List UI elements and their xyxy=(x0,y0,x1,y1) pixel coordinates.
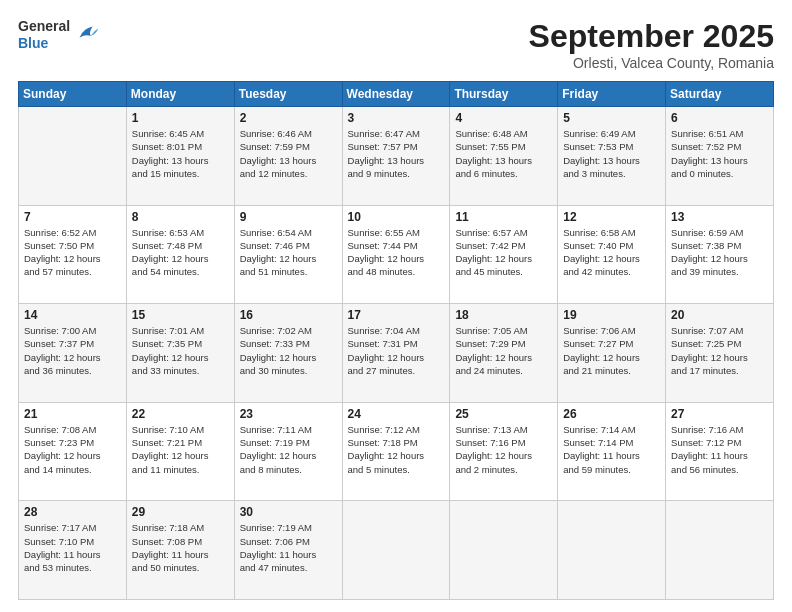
table-row: 15Sunrise: 7:01 AM Sunset: 7:35 PM Dayli… xyxy=(126,304,234,403)
calendar-table: Sunday Monday Tuesday Wednesday Thursday… xyxy=(18,81,774,600)
day-number: 23 xyxy=(240,407,337,421)
table-row: 11Sunrise: 6:57 AM Sunset: 7:42 PM Dayli… xyxy=(450,205,558,304)
table-row xyxy=(19,107,127,206)
table-row: 10Sunrise: 6:55 AM Sunset: 7:44 PM Dayli… xyxy=(342,205,450,304)
logo-general-text: General xyxy=(18,18,70,35)
table-row: 18Sunrise: 7:05 AM Sunset: 7:29 PM Dayli… xyxy=(450,304,558,403)
day-number: 25 xyxy=(455,407,552,421)
month-title: September 2025 xyxy=(529,18,774,55)
table-row: 8Sunrise: 6:53 AM Sunset: 7:48 PM Daylig… xyxy=(126,205,234,304)
table-row: 28Sunrise: 7:17 AM Sunset: 7:10 PM Dayli… xyxy=(19,501,127,600)
day-number: 21 xyxy=(24,407,121,421)
day-info: Sunrise: 6:53 AM Sunset: 7:48 PM Dayligh… xyxy=(132,226,229,279)
day-number: 20 xyxy=(671,308,768,322)
day-number: 1 xyxy=(132,111,229,125)
table-row: 29Sunrise: 7:18 AM Sunset: 7:08 PM Dayli… xyxy=(126,501,234,600)
day-info: Sunrise: 7:07 AM Sunset: 7:25 PM Dayligh… xyxy=(671,324,768,377)
table-row xyxy=(450,501,558,600)
table-row: 21Sunrise: 7:08 AM Sunset: 7:23 PM Dayli… xyxy=(19,402,127,501)
day-number: 13 xyxy=(671,210,768,224)
day-number: 2 xyxy=(240,111,337,125)
day-number: 10 xyxy=(348,210,445,224)
day-number: 27 xyxy=(671,407,768,421)
table-row: 30Sunrise: 7:19 AM Sunset: 7:06 PM Dayli… xyxy=(234,501,342,600)
day-number: 15 xyxy=(132,308,229,322)
table-row: 7Sunrise: 6:52 AM Sunset: 7:50 PM Daylig… xyxy=(19,205,127,304)
day-number: 29 xyxy=(132,505,229,519)
calendar-week-row: 21Sunrise: 7:08 AM Sunset: 7:23 PM Dayli… xyxy=(19,402,774,501)
table-row: 23Sunrise: 7:11 AM Sunset: 7:19 PM Dayli… xyxy=(234,402,342,501)
day-info: Sunrise: 7:19 AM Sunset: 7:06 PM Dayligh… xyxy=(240,521,337,574)
day-info: Sunrise: 6:47 AM Sunset: 7:57 PM Dayligh… xyxy=(348,127,445,180)
day-info: Sunrise: 7:16 AM Sunset: 7:12 PM Dayligh… xyxy=(671,423,768,476)
day-info: Sunrise: 7:14 AM Sunset: 7:14 PM Dayligh… xyxy=(563,423,660,476)
day-info: Sunrise: 6:52 AM Sunset: 7:50 PM Dayligh… xyxy=(24,226,121,279)
day-info: Sunrise: 7:17 AM Sunset: 7:10 PM Dayligh… xyxy=(24,521,121,574)
day-number: 18 xyxy=(455,308,552,322)
calendar-week-row: 14Sunrise: 7:00 AM Sunset: 7:37 PM Dayli… xyxy=(19,304,774,403)
table-row: 12Sunrise: 6:58 AM Sunset: 7:40 PM Dayli… xyxy=(558,205,666,304)
calendar-header-row: Sunday Monday Tuesday Wednesday Thursday… xyxy=(19,82,774,107)
day-info: Sunrise: 6:45 AM Sunset: 8:01 PM Dayligh… xyxy=(132,127,229,180)
table-row: 27Sunrise: 7:16 AM Sunset: 7:12 PM Dayli… xyxy=(666,402,774,501)
calendar-week-row: 7Sunrise: 6:52 AM Sunset: 7:50 PM Daylig… xyxy=(19,205,774,304)
day-info: Sunrise: 6:55 AM Sunset: 7:44 PM Dayligh… xyxy=(348,226,445,279)
day-info: Sunrise: 7:18 AM Sunset: 7:08 PM Dayligh… xyxy=(132,521,229,574)
day-number: 22 xyxy=(132,407,229,421)
table-row: 22Sunrise: 7:10 AM Sunset: 7:21 PM Dayli… xyxy=(126,402,234,501)
table-row: 6Sunrise: 6:51 AM Sunset: 7:52 PM Daylig… xyxy=(666,107,774,206)
col-tuesday: Tuesday xyxy=(234,82,342,107)
title-block: September 2025 Orlesti, Valcea County, R… xyxy=(529,18,774,71)
location: Orlesti, Valcea County, Romania xyxy=(529,55,774,71)
logo: General Blue xyxy=(18,18,100,52)
logo-bird-icon xyxy=(72,21,100,49)
table-row: 9Sunrise: 6:54 AM Sunset: 7:46 PM Daylig… xyxy=(234,205,342,304)
table-row xyxy=(342,501,450,600)
day-number: 8 xyxy=(132,210,229,224)
header: General Blue September 2025 Orlesti, Val… xyxy=(18,18,774,71)
day-number: 12 xyxy=(563,210,660,224)
col-sunday: Sunday xyxy=(19,82,127,107)
table-row: 1Sunrise: 6:45 AM Sunset: 8:01 PM Daylig… xyxy=(126,107,234,206)
day-number: 6 xyxy=(671,111,768,125)
table-row: 17Sunrise: 7:04 AM Sunset: 7:31 PM Dayli… xyxy=(342,304,450,403)
col-friday: Friday xyxy=(558,82,666,107)
table-row: 16Sunrise: 7:02 AM Sunset: 7:33 PM Dayli… xyxy=(234,304,342,403)
day-info: Sunrise: 6:48 AM Sunset: 7:55 PM Dayligh… xyxy=(455,127,552,180)
day-number: 26 xyxy=(563,407,660,421)
day-number: 16 xyxy=(240,308,337,322)
col-thursday: Thursday xyxy=(450,82,558,107)
calendar-week-row: 28Sunrise: 7:17 AM Sunset: 7:10 PM Dayli… xyxy=(19,501,774,600)
day-info: Sunrise: 7:10 AM Sunset: 7:21 PM Dayligh… xyxy=(132,423,229,476)
table-row: 2Sunrise: 6:46 AM Sunset: 7:59 PM Daylig… xyxy=(234,107,342,206)
day-number: 7 xyxy=(24,210,121,224)
col-monday: Monday xyxy=(126,82,234,107)
day-number: 4 xyxy=(455,111,552,125)
table-row: 13Sunrise: 6:59 AM Sunset: 7:38 PM Dayli… xyxy=(666,205,774,304)
table-row: 19Sunrise: 7:06 AM Sunset: 7:27 PM Dayli… xyxy=(558,304,666,403)
day-info: Sunrise: 7:02 AM Sunset: 7:33 PM Dayligh… xyxy=(240,324,337,377)
day-info: Sunrise: 7:05 AM Sunset: 7:29 PM Dayligh… xyxy=(455,324,552,377)
day-info: Sunrise: 6:59 AM Sunset: 7:38 PM Dayligh… xyxy=(671,226,768,279)
day-info: Sunrise: 6:57 AM Sunset: 7:42 PM Dayligh… xyxy=(455,226,552,279)
day-info: Sunrise: 6:46 AM Sunset: 7:59 PM Dayligh… xyxy=(240,127,337,180)
day-number: 5 xyxy=(563,111,660,125)
table-row: 3Sunrise: 6:47 AM Sunset: 7:57 PM Daylig… xyxy=(342,107,450,206)
table-row xyxy=(558,501,666,600)
day-number: 11 xyxy=(455,210,552,224)
day-info: Sunrise: 7:13 AM Sunset: 7:16 PM Dayligh… xyxy=(455,423,552,476)
day-info: Sunrise: 7:01 AM Sunset: 7:35 PM Dayligh… xyxy=(132,324,229,377)
table-row: 20Sunrise: 7:07 AM Sunset: 7:25 PM Dayli… xyxy=(666,304,774,403)
day-info: Sunrise: 7:11 AM Sunset: 7:19 PM Dayligh… xyxy=(240,423,337,476)
day-number: 14 xyxy=(24,308,121,322)
day-info: Sunrise: 7:06 AM Sunset: 7:27 PM Dayligh… xyxy=(563,324,660,377)
day-number: 30 xyxy=(240,505,337,519)
day-info: Sunrise: 7:00 AM Sunset: 7:37 PM Dayligh… xyxy=(24,324,121,377)
day-info: Sunrise: 6:58 AM Sunset: 7:40 PM Dayligh… xyxy=(563,226,660,279)
day-number: 24 xyxy=(348,407,445,421)
col-saturday: Saturday xyxy=(666,82,774,107)
table-row: 25Sunrise: 7:13 AM Sunset: 7:16 PM Dayli… xyxy=(450,402,558,501)
col-wednesday: Wednesday xyxy=(342,82,450,107)
day-number: 9 xyxy=(240,210,337,224)
table-row: 24Sunrise: 7:12 AM Sunset: 7:18 PM Dayli… xyxy=(342,402,450,501)
